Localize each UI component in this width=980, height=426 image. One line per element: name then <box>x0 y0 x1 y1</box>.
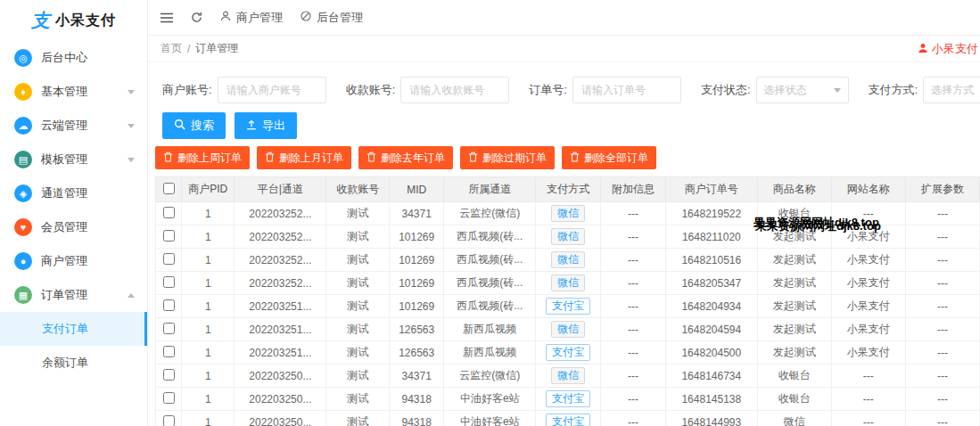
cell-3: 126563 <box>390 318 444 341</box>
cell-5: 微信 <box>536 225 601 249</box>
sidebar-item-template[interactable]: ▤模板管理 <box>0 143 147 176</box>
sidebar-item-settings[interactable]: ♦基本管理 <box>0 75 147 109</box>
table-row: 1202203252...测试101269西瓜视频(砖...微信---16482… <box>156 249 980 272</box>
row-checkbox[interactable] <box>163 323 175 334</box>
cell-8: 收银台 <box>757 388 831 411</box>
row-checkbox[interactable] <box>163 207 175 218</box>
delete-orders-button-2[interactable]: 删除去年订单 <box>358 146 453 169</box>
filter-select-4[interactable]: 选择方式 <box>923 77 980 103</box>
sidebar-item-dashboard[interactable]: ◎后台中心 <box>0 41 147 75</box>
chevron-down-icon <box>128 90 135 94</box>
filter-input-0[interactable] <box>218 77 326 103</box>
cell-4: 西瓜视频(砖... <box>444 295 536 318</box>
menu-collapse-icon[interactable] <box>161 12 173 23</box>
header-checkbox-cell <box>156 177 182 202</box>
sidebar-subitem-0[interactable]: 支付订单 <box>0 312 147 346</box>
filter-input-2[interactable] <box>572 77 681 103</box>
sidebar-subitem-1[interactable]: 余额订单 <box>0 346 147 380</box>
cell-1: 202203251... <box>235 318 326 341</box>
row-checkbox[interactable] <box>163 230 175 242</box>
cell-9: 小呆支付 <box>831 341 905 365</box>
sidebar-menu: ◎后台中心♦基本管理☁云端管理▤模板管理◈通道管理♥会员管理●商户管理▦订单管理… <box>0 41 147 380</box>
cell-4: 云监控(微信) <box>444 365 536 388</box>
row-checkbox-cell <box>156 341 182 365</box>
sidebar-item-channel[interactable]: ◈通道管理 <box>0 176 147 210</box>
cell-4: 中油好客e站 <box>444 411 536 426</box>
row-checkbox[interactable] <box>163 299 175 311</box>
cell-4: 云监控(微信) <box>444 202 536 225</box>
column-header-0: 商户PID <box>182 177 235 202</box>
select-all-checkbox[interactable] <box>163 183 175 194</box>
delete-orders-button-0[interactable]: 删除上周订单 <box>155 146 250 169</box>
search-button[interactable]: 搜索 <box>162 112 226 139</box>
cell-7: 1648211020 <box>665 225 757 249</box>
breadcrumb-home[interactable]: 首页 <box>161 41 182 56</box>
column-header-10: 扩展参数 <box>905 177 979 202</box>
pay-method-badge: 微信 <box>551 251 585 268</box>
filter-label: 订单号: <box>529 82 567 98</box>
row-checkbox[interactable] <box>163 276 175 288</box>
cell-3: 126563 <box>390 341 444 365</box>
settings-icon: ♦ <box>14 83 32 101</box>
sidebar-item-cloud[interactable]: ☁云端管理 <box>0 109 147 143</box>
delete-orders-button-3[interactable]: 删除过期订单 <box>460 146 555 169</box>
pay-method-badge: 支付宝 <box>546 414 590 426</box>
column-header-8: 商品名称 <box>757 177 831 202</box>
cell-10: --- <box>905 411 979 426</box>
refresh-icon[interactable] <box>191 12 202 23</box>
sidebar-item-label: 会员管理 <box>41 219 135 235</box>
table-row: 1202203251...测试126563新西瓜视频微信---164820459… <box>156 318 980 341</box>
select-value: 选择状态 <box>764 83 807 98</box>
sidebar-item-label: 商户管理 <box>41 253 135 269</box>
cell-0: 1 <box>182 202 235 225</box>
search-button-label: 搜索 <box>191 118 214 134</box>
sidebar-item-label: 订单管理 <box>41 287 124 303</box>
cell-7: 1648205347 <box>665 272 757 295</box>
tab-admin-management[interactable]: 后台管理 <box>301 10 363 26</box>
trash-icon <box>570 152 580 165</box>
tab-merchant-management[interactable]: 商户管理 <box>220 10 283 26</box>
row-checkbox[interactable] <box>163 369 175 381</box>
delete-orders-button-4[interactable]: 删除全部订单 <box>562 146 656 169</box>
sidebar-item-orders[interactable]: ▦订单管理 <box>0 278 147 312</box>
row-checkbox[interactable] <box>163 346 175 357</box>
filter-group-2: 订单号: <box>529 77 681 103</box>
filter-input-1[interactable] <box>400 77 509 103</box>
app-title: 小呆支付 <box>55 12 116 30</box>
cell-1: 202203252... <box>235 272 326 295</box>
row-checkbox[interactable] <box>163 253 175 265</box>
row-checkbox[interactable] <box>163 392 175 404</box>
cell-6: --- <box>601 225 666 249</box>
pay-method-badge: 微信 <box>551 367 585 384</box>
sidebar-item-members[interactable]: ♥会员管理 <box>0 210 147 244</box>
search-icon <box>174 119 185 133</box>
cell-0: 1 <box>182 411 235 426</box>
column-header-5: 支付方式 <box>536 177 601 202</box>
table-row: 1202203252...测试101269西瓜视频(砖...微信---16482… <box>156 225 980 249</box>
sidebar-item-label: 模板管理 <box>41 152 124 168</box>
filter-label: 收款账号: <box>346 82 396 98</box>
row-checkbox[interactable] <box>163 415 175 426</box>
cell-7: 1648210516 <box>665 249 757 272</box>
pay-method-badge: 微信 <box>551 228 585 245</box>
cell-5: 支付宝 <box>536 341 601 365</box>
cell-0: 1 <box>182 249 235 272</box>
cell-7: 1648204934 <box>665 295 757 318</box>
cell-0: 1 <box>182 272 235 295</box>
cell-4: 西瓜视频(砖... <box>444 225 536 249</box>
chevron-up-icon <box>128 293 135 298</box>
cell-1: 202203251... <box>235 295 326 318</box>
delete-button-label: 删除上月订单 <box>279 151 343 166</box>
table-row: 1202203250...测试94318中油好客e站支付宝---16481451… <box>156 388 980 411</box>
cell-9: --- <box>831 202 905 225</box>
cell-7: 1648204500 <box>665 341 757 365</box>
user-menu[interactable]: 小呆支付 <box>918 36 980 62</box>
sidebar-item-merchant[interactable]: ●商户管理 <box>0 244 147 278</box>
cell-0: 1 <box>182 318 235 341</box>
cell-4: 新西瓜视频 <box>444 318 536 341</box>
cell-2: 测试 <box>326 341 390 365</box>
row-checkbox-cell <box>156 225 182 249</box>
export-button[interactable]: 导出 <box>235 112 297 139</box>
delete-orders-button-1[interactable]: 删除上月订单 <box>257 146 351 169</box>
filter-select-3[interactable]: 选择状态 <box>756 77 849 103</box>
